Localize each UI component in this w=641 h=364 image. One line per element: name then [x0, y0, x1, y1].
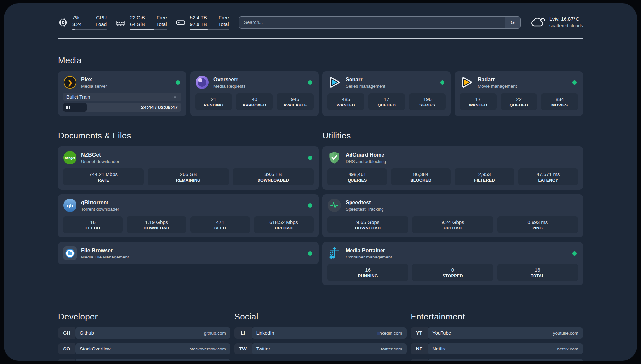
cpu-icon — [58, 17, 68, 28]
stat-tile: 196 SERIES — [409, 93, 446, 110]
link-stackoverflow[interactable]: SO StackOverflow stackoverflow.com — [58, 343, 230, 354]
link-url: linkedin.com — [377, 331, 402, 336]
ram-free-value: 22 GiB — [130, 15, 145, 21]
app-name: Radarr — [478, 76, 517, 83]
disk-free-value: 52.4 TB — [190, 15, 207, 21]
portainer-icon — [328, 247, 341, 260]
link-twitter[interactable]: TW Twitter twitter.com — [234, 343, 407, 354]
ram-free-label: Free — [156, 15, 167, 21]
playback-progress-bar: 24:44 / 02:06:47 — [63, 103, 181, 112]
status-dot — [572, 80, 577, 85]
link-dev[interactable]: DT DEV dev.to — [58, 359, 230, 361]
stat-tile: 945 AVAILABLE — [277, 93, 314, 110]
link-tag: GH — [58, 327, 75, 339]
link-tag: SO — [58, 343, 75, 354]
weather-condition: scattered clouds — [549, 23, 583, 29]
plex-icon: ❯ — [64, 76, 76, 89]
disk-progress-bar — [190, 29, 229, 30]
portainer-card[interactable]: Media Portainer Container management 16 … — [322, 242, 583, 285]
adguard-card[interactable]: AdGuard Home DNS and adblocking 498,461 … — [322, 146, 583, 190]
overseerr-icon — [196, 76, 209, 89]
app-desc: Media server — [81, 84, 107, 89]
app-name: qBittorrent — [81, 199, 119, 206]
social-section: Social LI LinkedIn linkedin.com TW Twitt… — [234, 312, 407, 361]
radarr-icon — [460, 76, 473, 89]
link-url: github.com — [204, 331, 226, 336]
link-name: LinkedIn — [256, 330, 274, 336]
radarr-card[interactable]: Radarr Movie management 17 WANTED 22 QUE… — [455, 71, 583, 116]
stat-tile: 21 PENDING — [195, 93, 232, 110]
stat-tile: 618.52 Mbps UPLOAD — [254, 216, 314, 233]
link-name: Github — [80, 330, 94, 336]
app-name: Media Portainer — [346, 247, 392, 254]
speedtest-card[interactable]: Speedtest Speedtest Tracking 9.65 Gbps D… — [322, 194, 583, 237]
link-linkedin[interactable]: LI LinkedIn linkedin.com — [234, 327, 407, 339]
stat-tile: 16 TOTAL — [497, 264, 578, 281]
app-name: Sonarr — [346, 76, 385, 83]
link-tag: DT — [58, 359, 75, 361]
weather-location-temp: Lviv, 16.87°C — [549, 16, 583, 23]
search-engine-button[interactable]: G — [505, 17, 520, 28]
dashboard-panel: 7% 3.24 CPU Load — [4, 3, 637, 361]
app-desc: DNS and adblocking — [346, 159, 386, 164]
app-desc: Torrent downloader — [81, 207, 119, 212]
sonarr-icon — [328, 76, 341, 89]
stat-tile: 9.24 Gbps UPLOAD — [412, 216, 493, 233]
playback-time: 24:44 / 02:06:47 — [141, 105, 178, 110]
stat-tile: 485 WANTED — [327, 93, 364, 110]
overseerr-card[interactable]: Overseerr Media Requests 21 PENDING 40 A… — [190, 71, 319, 116]
link-url: youtube.com — [553, 331, 578, 336]
stat-tile: 834 MOVIES — [541, 93, 578, 110]
link-netflix[interactable]: NF Netflix netflix.com — [411, 343, 583, 354]
ram-progress-bar — [130, 29, 167, 30]
cloud-icon — [531, 17, 545, 28]
session-icon[interactable] — [172, 94, 178, 100]
utilities-section: Utilities AdGuard Home — [322, 131, 583, 290]
social-section-title: Social — [234, 312, 407, 322]
speedtest-icon — [328, 199, 341, 212]
link-url: twitter.com — [381, 347, 402, 351]
stat-tile: 266 GB REMAINING — [148, 168, 229, 185]
nzbget-card[interactable]: nzbget NZBGet Usenet downloader 744.21 M… — [58, 146, 319, 190]
link-name: StackOverflow — [80, 346, 110, 351]
documents-section-title: Documents & Files — [58, 131, 319, 141]
link-reddit[interactable]: RE Reddit reddit.com — [411, 359, 583, 361]
link-tag: YT — [411, 327, 428, 339]
disk-total-label: Total — [218, 21, 229, 28]
link-url: netflix.com — [557, 347, 578, 351]
entertainment-section: Entertainment YT YouTube youtube.com NF … — [411, 312, 583, 361]
status-dot — [440, 80, 444, 85]
status-dot — [176, 80, 180, 85]
disk-icon — [175, 17, 186, 28]
link-tag: RE — [411, 359, 428, 361]
ram-total-label: Total — [156, 21, 167, 28]
filebrowser-card[interactable]: File Browser Media File Management — [58, 242, 319, 264]
search-bar: G — [239, 16, 521, 29]
link-youtube[interactable]: YT YouTube youtube.com — [411, 327, 583, 339]
cpu-label: CPU — [96, 15, 107, 21]
link-github[interactable]: GH Github github.com — [58, 327, 230, 339]
sonarr-card[interactable]: Sonarr Series management 485 WANTED 17 Q… — [322, 71, 451, 116]
stat-tile: 17 WANTED — [460, 93, 497, 110]
app-desc: Speedtest Tracking — [346, 207, 384, 212]
app-desc: Container management — [346, 255, 392, 259]
stat-tile: 0.993 ms PING — [497, 216, 578, 233]
cpu-usage-value: 7% — [72, 15, 82, 21]
entertainment-section-title: Entertainment — [411, 312, 583, 322]
weather-widget: Lviv, 16.87°C scattered clouds — [531, 16, 583, 29]
stat-tile: 47.571 ms LATENCY — [518, 168, 578, 185]
status-dot — [308, 203, 312, 208]
media-section: Media ❯ Plex Media server Bullet Train — [58, 55, 583, 116]
app-desc: Movie management — [478, 84, 517, 89]
search-input[interactable] — [239, 17, 505, 28]
app-name: AdGuard Home — [346, 152, 386, 158]
disk-free-label: Free — [218, 15, 229, 21]
qbittorrent-card[interactable]: qb qBittorrent Torrent downloader 16 LEE… — [58, 194, 319, 237]
plex-card[interactable]: ❯ Plex Media server Bullet Train — [58, 71, 186, 116]
cpu-load-value: 3.24 — [72, 21, 82, 28]
header-divider — [58, 38, 583, 39]
stat-tile: 86,384 BLOCKED — [391, 168, 451, 185]
link-tag: LI — [234, 327, 252, 339]
utilities-section-title: Utilities — [322, 131, 583, 141]
qbittorrent-icon: qb — [63, 199, 76, 212]
